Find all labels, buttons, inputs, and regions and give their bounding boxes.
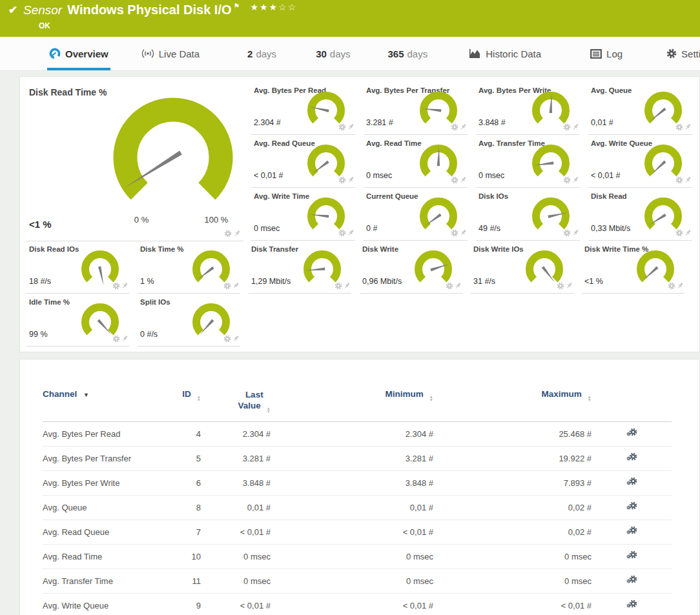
- gauge-grid-right: Avg. Bytes Per Read 2.304 # Avg. Bytes P…: [251, 82, 700, 241]
- column-header-minimum[interactable]: Minimum ▲▼: [271, 385, 433, 422]
- gauge-settings-icon[interactable]: [338, 229, 346, 237]
- gauge-settings-icon[interactable]: [338, 123, 346, 131]
- gauge-value: 0,96 Mbit/s: [362, 277, 402, 286]
- gauge-settings-icon[interactable]: [223, 282, 231, 290]
- gauge-tile-disk-write-ios: Disk Write IOs 31 #/s: [471, 241, 573, 294]
- tab-overview[interactable]: Overview: [47, 37, 110, 70]
- tab-live-data[interactable]: Live Data: [139, 37, 201, 70]
- gauge-settings-icon[interactable]: [563, 176, 571, 184]
- channel-settings-icon[interactable]: [626, 501, 637, 512]
- gauge-value: 0 msec: [254, 224, 280, 233]
- gauge-actions: [675, 229, 692, 237]
- gauge-settings-icon[interactable]: [557, 282, 564, 290]
- sort-icon[interactable]: ▲▼: [267, 407, 271, 413]
- gauge-pin-icon[interactable]: [460, 123, 467, 131]
- gauge-title: Disk Transfer: [251, 245, 298, 253]
- gauge-tile-avg-read-queue: Avg. Read Queue < 0,01 #: [251, 135, 355, 188]
- channel-settings-icon[interactable]: [626, 526, 637, 536]
- sensor-title-line: SensorWindows Physical Disk I/O⚑★★★☆☆: [23, 2, 297, 17]
- gauge-pin-icon[interactable]: [232, 335, 240, 343]
- sort-icon[interactable]: ▲▼: [588, 396, 592, 401]
- gauge-pin-icon[interactable]: [566, 282, 573, 290]
- gauge-pin-icon[interactable]: [347, 176, 355, 184]
- gauge-pin-icon[interactable]: [572, 123, 579, 131]
- tab-30-days[interactable]: 30days: [314, 37, 352, 70]
- tab-historic-data[interactable]: Historic Data: [467, 37, 543, 70]
- gauge-settings-icon[interactable]: [451, 123, 458, 131]
- gauge-settings-icon[interactable]: [675, 176, 683, 184]
- channel-maximum-cell: < 0,01 #: [433, 594, 592, 615]
- gauge-row-middle: Disk Read IOs 18 #/s Disk Time % 1 %: [26, 241, 693, 294]
- table-row: Avg. Bytes Per Transfer 5 3.281 # 3.281 …: [43, 447, 672, 471]
- gauge-title: Avg. Queue: [591, 86, 632, 94]
- gauge-settings-icon[interactable]: [338, 176, 346, 184]
- gauge-settings-icon[interactable]: [451, 229, 458, 237]
- tab-365-days[interactable]: 365days: [386, 37, 430, 70]
- primary-gauge-scale-min: 0 %: [122, 215, 161, 225]
- gauge-settings-icon[interactable]: [451, 176, 458, 184]
- gauge-pin-icon[interactable]: [677, 282, 684, 290]
- gauge-pin-icon[interactable]: [460, 176, 467, 184]
- gauge-pin-icon[interactable]: [460, 229, 467, 237]
- gauge-pin-icon[interactable]: [121, 282, 129, 290]
- primary-gauge-actions: [224, 230, 241, 237]
- channel-settings-icon[interactable]: [626, 428, 637, 438]
- gauge-title: Disk Read IOs: [29, 245, 79, 253]
- primary-gauge-value: <1 %: [29, 219, 52, 230]
- gauge-pin-icon[interactable]: [234, 230, 241, 237]
- column-header-channel[interactable]: Channel ▼: [43, 385, 159, 422]
- gauge-settings-icon[interactable]: [223, 335, 231, 343]
- primary-gauge-title: Disk Read Time %: [29, 87, 107, 97]
- gauge-settings-icon[interactable]: [112, 335, 120, 343]
- gauge-tile-avg-bytes-per-read: Avg. Bytes Per Read 2.304 #: [251, 82, 355, 135]
- gauge-settings-icon[interactable]: [563, 229, 571, 237]
- gauge-settings-icon[interactable]: [446, 282, 453, 290]
- gauge-pin-icon[interactable]: [685, 123, 692, 131]
- gauge-value: < 0,01 #: [591, 171, 621, 180]
- gauge-actions: [112, 282, 129, 290]
- channel-last-value-cell: 0,01 #: [201, 496, 271, 520]
- gauge-value: 0 #/s: [140, 330, 158, 339]
- channel-minimum-cell: 3.281 #: [271, 447, 433, 471]
- channel-settings-icon[interactable]: [626, 550, 637, 561]
- tab-log[interactable]: Log: [588, 37, 624, 70]
- sort-icon[interactable]: ▲▼: [429, 396, 433, 401]
- channel-minimum-cell: 0 msec: [271, 545, 433, 569]
- gauge-pin-icon[interactable]: [347, 123, 355, 131]
- tab-2-days[interactable]: 2days: [245, 37, 278, 70]
- channel-settings-icon[interactable]: [626, 477, 637, 487]
- gauge-settings-icon[interactable]: [563, 123, 571, 131]
- gauge-pin-icon[interactable]: [572, 229, 579, 237]
- gauge-actions: [338, 123, 355, 131]
- column-header-maximum[interactable]: Maximum ▲▼: [433, 385, 592, 422]
- gauge-settings-icon[interactable]: [112, 282, 120, 290]
- channel-settings-icon[interactable]: [626, 575, 637, 585]
- gauge-actions: [675, 176, 692, 184]
- sort-icon[interactable]: ▲▼: [197, 396, 201, 401]
- gauge-actions: [112, 335, 129, 343]
- channel-minimum-cell: < 0,01 #: [271, 520, 433, 545]
- flag-icon[interactable]: ⚑: [234, 2, 240, 10]
- column-header-last-value[interactable]: LastValue ▲▼: [201, 385, 271, 422]
- gauge-settings-icon[interactable]: [668, 282, 675, 290]
- gauge-settings-icon[interactable]: [224, 230, 232, 237]
- gauge-value: 3.848 #: [479, 118, 506, 127]
- column-header-id[interactable]: ID ▲▼: [159, 385, 201, 422]
- channel-settings-icon[interactable]: [626, 600, 637, 610]
- channel-name-cell: Avg. Write Queue: [43, 594, 159, 615]
- gauge-pin-icon[interactable]: [344, 282, 351, 290]
- gauge-actions: [563, 123, 579, 131]
- gauge-pin-icon[interactable]: [232, 282, 240, 290]
- gauge-settings-icon[interactable]: [335, 282, 342, 290]
- tab-settings[interactable]: Settings: [664, 37, 700, 70]
- gauge-pin-icon[interactable]: [347, 229, 355, 237]
- channel-settings-icon[interactable]: [626, 452, 637, 463]
- gauge-pin-icon[interactable]: [121, 335, 129, 343]
- rating-stars[interactable]: ★★★☆☆: [250, 2, 297, 12]
- gauge-pin-icon[interactable]: [455, 282, 462, 290]
- gauge-pin-icon[interactable]: [685, 229, 692, 237]
- gauge-pin-icon[interactable]: [685, 176, 692, 184]
- gauge-settings-icon[interactable]: [675, 123, 683, 131]
- gauge-settings-icon[interactable]: [675, 229, 683, 237]
- gauge-pin-icon[interactable]: [572, 176, 579, 184]
